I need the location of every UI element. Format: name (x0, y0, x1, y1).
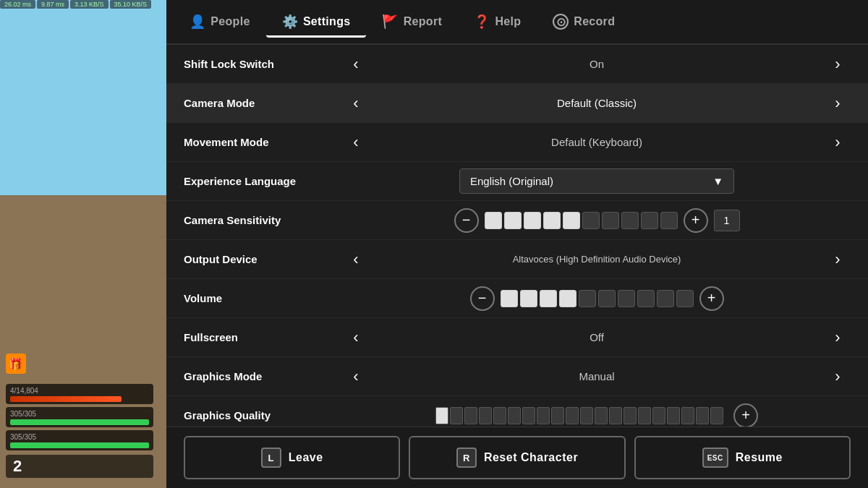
row-volume: Volume − + (166, 279, 868, 318)
vseg-6 (598, 290, 616, 307)
label-movement-mode: Movement Mode (184, 136, 343, 148)
label-experience-language: Experience Language (184, 175, 343, 187)
tab-record[interactable]: ⊙ Record (537, 8, 631, 35)
resume-label: Resume (736, 451, 783, 464)
control-output-device: ‹ Altavoces (High Definition Audio Devic… (343, 247, 851, 273)
gfx-seg-19 (696, 407, 709, 424)
shift-lock-prev[interactable]: ‹ (343, 51, 369, 77)
tab-help-label: Help (495, 15, 521, 28)
gfx-seg-2 (450, 407, 463, 424)
gfx-seg-10 (566, 407, 579, 424)
row-camera-mode: Camera Mode ‹ Default (Classic) › (166, 84, 868, 123)
tab-people[interactable]: 👤 People (174, 8, 266, 35)
shift-lock-next[interactable]: › (825, 51, 851, 77)
tab-settings[interactable]: ⚙️ Settings (266, 8, 367, 38)
graphics-quality-plus[interactable]: + (733, 403, 758, 427)
row-shift-lock: Shift Lock Switch ‹ On › (166, 45, 868, 84)
row-output-device: Output Device ‹ Altavoces (High Definiti… (166, 240, 868, 279)
control-fullscreen: ‹ Off › (343, 325, 851, 351)
hud-health: 4/14,804 (6, 384, 153, 404)
fullscreen-prev[interactable]: ‹ (343, 325, 369, 351)
tab-report-label: Report (404, 15, 442, 28)
people-icon: 👤 (190, 14, 205, 30)
hud-health-label: 4/14,804 (10, 387, 38, 395)
camera-mode-next[interactable]: › (825, 90, 851, 116)
graphics-mode-next[interactable]: › (825, 364, 851, 390)
row-experience-language: Experience Language English (Original) ▼ (166, 162, 868, 201)
settings-icon: ⚙️ (282, 14, 298, 30)
hud-energy-label: 305/305 (10, 433, 36, 441)
hud-stamina-label: 305/305 (10, 410, 36, 418)
fullscreen-value: Off (375, 331, 819, 343)
control-movement-mode: ‹ Default (Keyboard) › (343, 129, 851, 155)
gfx-seg-14 (624, 407, 637, 424)
row-graphics-quality: Graphics Quality (166, 396, 868, 427)
row-graphics-mode: Graphics Mode ‹ Manual › (166, 357, 868, 396)
output-device-value: Altavoces (High Definition Audio Device) (375, 254, 819, 265)
tab-settings-label: Settings (303, 15, 351, 28)
control-camera-mode: ‹ Default (Classic) › (343, 90, 851, 116)
vseg-5 (579, 290, 596, 307)
seg-5 (563, 212, 580, 229)
hud-energy-bar (10, 442, 149, 448)
camera-sensitivity-minus[interactable]: − (454, 208, 479, 233)
graphics-mode-prev[interactable]: ‹ (343, 364, 369, 390)
camera-mode-value: Default (Classic) (375, 97, 819, 109)
dropdown-wrapper: English (Original) ▼ (343, 168, 851, 194)
tab-people-label: People (210, 15, 250, 28)
gfx-seg-3 (464, 407, 477, 424)
dropdown-chevron-icon: ▼ (712, 175, 723, 187)
control-shift-lock: ‹ On › (343, 51, 851, 77)
seg-9 (641, 212, 658, 229)
help-icon: ❓ (474, 14, 490, 30)
seg-7 (602, 212, 619, 229)
gfx-seg-13 (609, 407, 622, 424)
hud-health-bar (10, 396, 122, 402)
camera-sensitivity-track (485, 212, 678, 229)
leave-key: L (261, 448, 281, 468)
gfx-seg-11 (580, 407, 593, 424)
movement-mode-prev[interactable]: ‹ (343, 129, 369, 155)
reset-button[interactable]: R Reset Character (409, 436, 625, 479)
experience-language-dropdown[interactable]: English (Original) ▼ (459, 168, 734, 194)
camera-mode-prev[interactable]: ‹ (343, 90, 369, 116)
hud-icon-gift[interactable]: 🎁 (6, 354, 26, 374)
movement-mode-next[interactable]: › (825, 129, 851, 155)
gfx-seg-15 (638, 407, 651, 424)
leave-label: Leave (289, 451, 323, 464)
resume-button[interactable]: ESC Resume (634, 436, 851, 479)
camera-sensitivity-plus[interactable]: + (684, 208, 708, 233)
vseg-1 (501, 290, 518, 307)
vseg-10 (676, 290, 694, 307)
fullscreen-next[interactable]: › (825, 325, 851, 351)
gfx-seg-20 (710, 407, 723, 424)
volume-track (501, 290, 694, 307)
reset-key: R (456, 448, 477, 468)
tab-help[interactable]: ❓ Help (458, 8, 537, 35)
output-device-prev[interactable]: ‹ (343, 247, 369, 273)
gfx-seg-12 (595, 407, 608, 424)
tab-bar: 👤 People ⚙️ Settings 🚩 Report ❓ Help ⊙ R… (166, 0, 868, 45)
tab-report[interactable]: 🚩 Report (366, 8, 458, 35)
label-camera-mode: Camera Mode (184, 97, 343, 109)
gfx-seg-9 (551, 407, 564, 424)
control-graphics-mode: ‹ Manual › (343, 364, 851, 390)
seg-4 (543, 212, 561, 229)
gfx-seg-16 (652, 407, 665, 424)
resume-key: ESC (702, 448, 728, 468)
volume-minus[interactable]: − (470, 286, 495, 311)
seg-2 (504, 212, 522, 229)
output-device-next[interactable]: › (825, 247, 851, 273)
gfx-seg-7 (522, 407, 535, 424)
graphics-mode-value: Manual (375, 370, 819, 382)
label-output-device: Output Device (184, 253, 343, 265)
leave-button[interactable]: L Leave (184, 436, 400, 479)
graphics-quality-slider: + (343, 403, 851, 427)
seg-10 (660, 212, 678, 229)
gfx-seg-1 (435, 407, 448, 424)
volume-plus[interactable]: + (699, 286, 724, 311)
camera-sensitivity-slider: − + 1 (343, 208, 851, 233)
seg-3 (524, 212, 541, 229)
seg-6 (582, 212, 600, 229)
label-shift-lock: Shift Lock Switch (184, 58, 343, 70)
